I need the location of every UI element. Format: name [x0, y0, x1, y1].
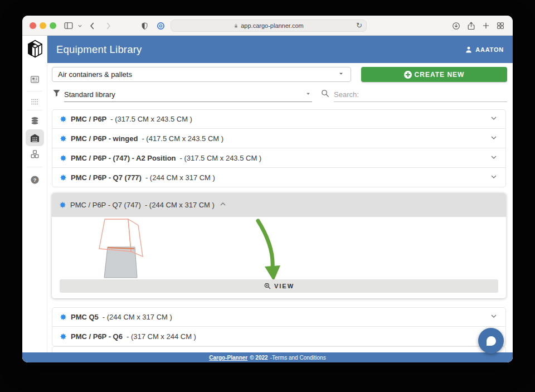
create-new-button[interactable]: CREATE NEW — [361, 67, 507, 82]
password-manager-icon[interactable] — [155, 16, 166, 36]
gear-icon — [59, 201, 66, 209]
equipment-row[interactable]: PMC Q5 - (244 CM x 317 CM ) — [52, 307, 506, 327]
sidebar-item-equipment-library[interactable] — [26, 129, 44, 146]
chat-widget-button[interactable] — [478, 328, 504, 354]
main-content: Air containers & pallets CREATE NEW Stan… — [47, 63, 513, 352]
gear-icon — [60, 174, 67, 181]
sidebar-toggle-icon[interactable] — [62, 16, 75, 36]
equipment-list-group-top: PMC / P6P - (317.5 CM x 243.5 CM ) PMC /… — [52, 109, 506, 187]
equipment-row-clipped[interactable] — [52, 346, 506, 352]
chevron-down-icon[interactable] — [489, 133, 498, 144]
cargo-planner-logo[interactable] — [22, 36, 47, 63]
sidebar-item-load-lists[interactable] — [26, 112, 44, 129]
privacy-shield-icon[interactable] — [139, 16, 149, 36]
sidebar-item-help[interactable]: ? — [26, 171, 44, 188]
username: AAATON — [475, 46, 504, 53]
equipment-dims: - (244 CM x 317 CM ) — [103, 313, 172, 321]
footer-terms-link[interactable]: -Terms and Conditions — [270, 355, 326, 361]
equipment-dims: - (244 CM x 317 CM ) — [145, 201, 215, 209]
list-icon — [30, 96, 40, 107]
close-window-button[interactable] — [30, 22, 36, 29]
tab-overview-icon[interactable] — [495, 16, 506, 36]
chevron-down-icon — [337, 70, 345, 79]
equipment-expanded-panel: PMC / P6P - Q7 (747) - (244 CM x 317 CM … — [52, 193, 506, 298]
create-new-label: CREATE NEW — [415, 71, 465, 79]
equipment-name: PMC / P6P - (747) - A2 Position — [71, 154, 176, 162]
address-bar[interactable]: app.cargo-planner.com ↻ — [171, 20, 367, 32]
sidebar-item-lists[interactable] — [26, 93, 44, 110]
equipment-name: PMC / P6P - Q7 (747) — [70, 201, 141, 209]
user-menu[interactable]: AAATON — [465, 46, 504, 54]
downloads-icon[interactable] — [450, 16, 461, 36]
reload-icon[interactable]: ↻ — [356, 21, 362, 30]
svg-text:?: ? — [33, 176, 37, 182]
back-button[interactable] — [87, 16, 97, 36]
uld-3d-preview — [92, 217, 167, 282]
browser-toolbar: app.cargo-planner.com ↻ — [22, 16, 513, 36]
zoom-in-icon — [264, 282, 271, 290]
desktop-background: app.cargo-planner.com ↻ — [0, 0, 535, 392]
help-icon: ? — [30, 175, 40, 185]
sidebar-item-projects[interactable] — [26, 71, 44, 88]
sidebar-divider — [27, 167, 42, 167]
sidebar-item-cargoes[interactable] — [26, 146, 44, 162]
equipment-row[interactable]: PMC / P6P - Q6 - (317 CM x 244 CM ) — [52, 327, 506, 346]
gear-icon — [60, 154, 67, 162]
page-title: Equipment Library — [56, 43, 142, 56]
gear-icon — [60, 115, 67, 123]
equipment-row[interactable]: PMC / P6P - winged - (417.5 CM x 243.5 C… — [52, 129, 506, 148]
equipment-row[interactable]: PMC / P6P - (317.5 CM x 243.5 CM ) — [52, 109, 506, 129]
plus-circle-icon — [404, 71, 412, 79]
library-select[interactable]: Standard library — [64, 88, 312, 102]
library-select-value: Standard library — [64, 90, 115, 99]
equipment-name: PMC / P6P - Q6 — [71, 332, 123, 341]
sidebar-divider — [27, 110, 42, 110]
url-text: app.cargo-planner.com — [241, 22, 304, 29]
view-button-label: VIEW — [274, 283, 294, 289]
equipment-row[interactable]: PMC / P6P - Q7 (777) - (244 CM x 317 CM … — [52, 168, 506, 187]
cargo-planner-app: ? Equipment Library AAATON Air container… — [22, 36, 513, 362]
equipment-row-expanded[interactable]: PMC / P6P - Q7 (747) - (244 CM x 317 CM … — [52, 193, 506, 217]
equipment-dims: - (417.5 CM x 243.5 CM ) — [142, 134, 223, 143]
forward-button[interactable] — [103, 16, 113, 36]
stack-icon — [30, 115, 40, 126]
safari-window: app.cargo-planner.com ↻ — [22, 16, 513, 362]
equipment-name: PMC / P6P - Q7 (777) — [71, 173, 142, 182]
new-tab-icon[interactable] — [480, 16, 492, 36]
app-sidebar: ? — [22, 36, 47, 352]
equipment-dims: - (317.5 CM x 243.5 CM ) — [110, 115, 192, 123]
cargo-boxes-icon — [30, 149, 40, 159]
equipment-dims: - (317 CM x 244 CM ) — [127, 332, 196, 341]
gear-icon — [60, 333, 67, 340]
chevron-down-icon[interactable] — [76, 16, 84, 36]
chevron-down-icon[interactable] — [489, 153, 498, 163]
gear-icon — [60, 135, 67, 142]
sidebar-divider — [27, 91, 42, 91]
chevron-up-icon[interactable] — [218, 200, 227, 210]
equipment-name: PMC Q5 — [71, 313, 99, 321]
person-icon — [465, 46, 473, 54]
lock-icon — [234, 23, 239, 29]
search-input[interactable] — [334, 88, 507, 102]
zoom-window-button[interactable] — [50, 22, 56, 29]
chevron-down-icon[interactable] — [489, 312, 498, 322]
filter-icon — [52, 88, 61, 100]
footer-brand-link[interactable]: Cargo-Planner — [209, 355, 247, 361]
tutorial-arrow-annotation — [240, 219, 284, 288]
chat-bubble-icon — [487, 336, 496, 346]
chevron-down-icon — [304, 90, 312, 99]
app-header: Equipment Library AAATON — [47, 36, 513, 63]
project-card-icon — [30, 74, 40, 85]
footer-copyright: © 2022 — [250, 355, 268, 361]
share-icon[interactable] — [465, 16, 476, 36]
category-select-value: Air containers & pallets — [58, 70, 132, 79]
gear-icon — [60, 313, 67, 321]
category-select[interactable]: Air containers & pallets — [52, 67, 351, 82]
chevron-down-icon[interactable] — [489, 114, 498, 124]
minimize-window-button[interactable] — [40, 22, 46, 29]
view-button[interactable]: VIEW — [60, 279, 498, 293]
equipment-name: PMC / P6P - winged — [71, 134, 138, 143]
chevron-down-icon[interactable] — [489, 172, 498, 183]
equipment-row[interactable]: PMC / P6P - (747) - A2 Position - (317.5… — [52, 148, 506, 168]
equipment-dims: - (317.5 CM x 243.5 CM ) — [180, 154, 262, 162]
